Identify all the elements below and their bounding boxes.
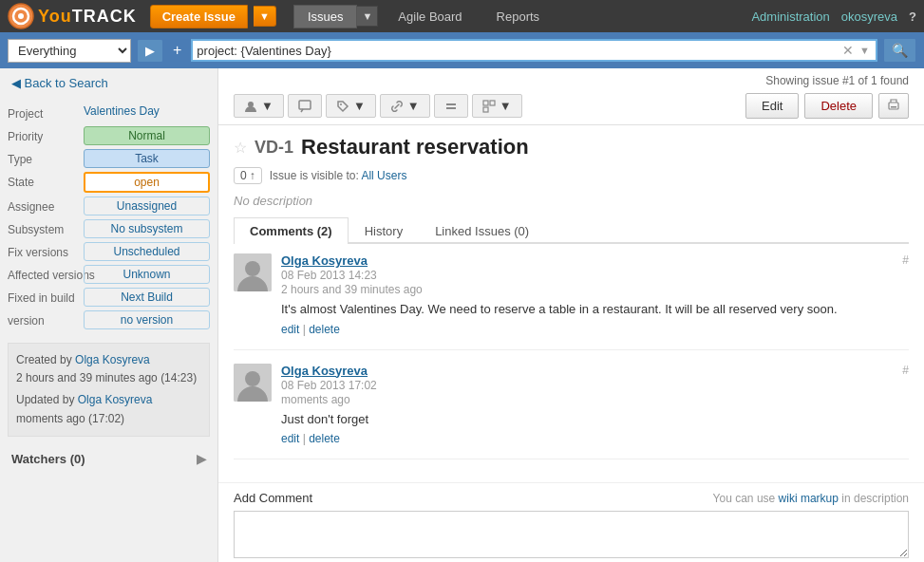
- comment-edit-link[interactable]: edit: [281, 323, 299, 336]
- state-value[interactable]: open: [84, 172, 210, 193]
- search-plus-icon[interactable]: +: [169, 42, 185, 59]
- svg-rect-6: [446, 103, 456, 105]
- filter-select[interactable]: Everything: [8, 39, 131, 63]
- state-tag[interactable]: open: [84, 172, 210, 193]
- labels-button[interactable]: [434, 94, 468, 118]
- search-clear-icon[interactable]: ✕: [839, 43, 858, 58]
- logo-text: YouTRACK: [38, 7, 137, 27]
- search-dropdown-icon[interactable]: ▼: [858, 45, 872, 56]
- issue-header: ☆ VD-1 Restaurant reservation: [218, 125, 924, 163]
- agile-board-button[interactable]: Agile Board: [384, 5, 476, 28]
- tab-linked-issues[interactable]: Linked Issues (0): [419, 217, 545, 244]
- assignee-value[interactable]: Unassigned: [84, 197, 210, 215]
- assignee-tag[interactable]: Unassigned: [84, 197, 210, 215]
- comment-delete-link[interactable]: delete: [309, 432, 340, 445]
- issue-id: VD-1: [255, 138, 293, 158]
- updated-by-author[interactable]: Olga Kosyreva: [78, 393, 153, 406]
- tab-comments[interactable]: Comments (2): [234, 217, 349, 244]
- comment-author-link[interactable]: Olga Kosyreva: [281, 364, 368, 378]
- comment-separator: |: [303, 323, 306, 336]
- fixed-in-build-value[interactable]: Next Build: [84, 288, 210, 307]
- vote-count: 0: [240, 169, 247, 182]
- created-time: 2 hours and 39 minutes ago: [16, 371, 158, 384]
- star-icon[interactable]: ☆: [234, 139, 247, 157]
- delete-button[interactable]: Delete: [804, 93, 873, 119]
- comment-relative-time: 2 hours and 39 minutes ago: [281, 283, 423, 296]
- issues-dropdown[interactable]: ▼: [357, 6, 378, 27]
- logo-icon: [8, 3, 34, 29]
- visible-to-text: Issue is visible to: All Users: [270, 169, 407, 182]
- fixed-in-build-label: Fixed in build: [8, 288, 84, 305]
- subsystem-tag[interactable]: No subsystem: [84, 219, 210, 238]
- user-link[interactable]: okosyreva: [841, 9, 897, 24]
- main-layout: ◀ Back to Search Project Valentines Day …: [0, 68, 924, 562]
- svg-point-16: [245, 371, 260, 386]
- svg-rect-9: [490, 101, 495, 105]
- project-link[interactable]: Valentines Day: [84, 104, 160, 118]
- search-submit-button[interactable]: 🔍: [883, 38, 916, 63]
- create-issue-dropdown[interactable]: ▼: [254, 6, 276, 27]
- visible-to-link[interactable]: All Users: [361, 169, 406, 182]
- issues-button[interactable]: Issues: [293, 5, 358, 28]
- assign-button[interactable]: ▼: [234, 94, 284, 118]
- add-comment-section: Add Comment You can use wiki markup in d…: [218, 482, 924, 562]
- project-label: Project: [8, 103, 84, 121]
- affected-versions-value[interactable]: Unknown: [84, 265, 210, 284]
- type-value[interactable]: Task: [84, 149, 210, 168]
- svg-rect-10: [483, 107, 488, 112]
- help-icon[interactable]: ?: [909, 9, 916, 24]
- comment-delete-link[interactable]: delete: [309, 323, 340, 336]
- wiki-markup-link[interactable]: wiki markup: [779, 492, 839, 505]
- back-to-search-link[interactable]: ◀ Back to Search: [0, 68, 217, 98]
- toolbar-right: Edit Delete: [745, 93, 909, 119]
- avatar: [234, 253, 272, 291]
- svg-point-14: [245, 261, 260, 276]
- fixed-in-build-tag[interactable]: Next Build: [84, 288, 210, 307]
- print-icon: [887, 98, 900, 111]
- affected-versions-label: Affected versions: [8, 265, 84, 282]
- avatar-image: [234, 364, 272, 402]
- table-row: # Olga Kosyreva 08 Feb 2013 17:02 moment…: [234, 364, 909, 460]
- priority-tag[interactable]: Normal: [84, 126, 210, 145]
- svg-point-2: [18, 13, 24, 19]
- priority-label: Priority: [8, 126, 84, 143]
- tab-history[interactable]: History: [349, 217, 419, 244]
- affected-versions-field: Affected versions Unknown: [0, 263, 217, 286]
- project-value: Valentines Day: [84, 103, 210, 118]
- priority-value[interactable]: Normal: [84, 126, 210, 145]
- print-button[interactable]: [878, 93, 909, 119]
- comment-textarea[interactable]: [234, 511, 909, 558]
- fix-versions-label: Fix versions: [8, 242, 84, 259]
- version-value[interactable]: no version: [84, 310, 210, 329]
- sidebar-meta: Created by Olga Kosyreva 2 hours and 39 …: [8, 343, 210, 437]
- fix-versions-field: Fix versions Unscheduled: [0, 240, 217, 263]
- layout-button[interactable]: ▼: [472, 94, 522, 118]
- affected-versions-tag[interactable]: Unknown: [84, 265, 210, 284]
- watchers-expand-icon[interactable]: ▶: [197, 452, 206, 466]
- issue-title: Restaurant reservation: [301, 135, 529, 159]
- search-nav-button[interactable]: ▶: [137, 39, 163, 63]
- subsystem-value[interactable]: No subsystem: [84, 219, 210, 238]
- create-issue-button[interactable]: Create Issue: [150, 5, 248, 28]
- comment-edit-link[interactable]: edit: [281, 432, 299, 445]
- fixed-in-build-field: Fixed in build Next Build: [0, 286, 217, 309]
- administration-link[interactable]: Administration: [751, 9, 829, 24]
- link-button[interactable]: ▼: [380, 94, 430, 118]
- fix-versions-value[interactable]: Unscheduled: [84, 242, 210, 261]
- comment-text: It's almost Valentines Day. We need to r…: [281, 300, 909, 319]
- type-tag[interactable]: Task: [84, 149, 210, 168]
- created-by-label: Created by: [16, 353, 72, 366]
- search-input[interactable]: [197, 44, 839, 58]
- comment-author-link[interactable]: Olga Kosyreva: [281, 253, 368, 268]
- tag-button[interactable]: ▼: [326, 94, 376, 118]
- vote-box[interactable]: 0 ↑: [234, 167, 262, 184]
- edit-button[interactable]: Edit: [745, 93, 799, 119]
- comment-button[interactable]: [288, 94, 322, 118]
- reports-button[interactable]: Reports: [482, 5, 555, 28]
- top-navigation: YouTRACK Create Issue ▼ Issues ▼ Agile B…: [0, 0, 924, 32]
- version-tag[interactable]: no version: [84, 310, 210, 329]
- comment-body: # Olga Kosyreva 08 Feb 2013 17:02 moment…: [281, 364, 909, 446]
- created-by-author[interactable]: Olga Kosyreva: [75, 353, 150, 366]
- tag-icon: [336, 100, 349, 113]
- fix-versions-tag[interactable]: Unscheduled: [84, 242, 210, 261]
